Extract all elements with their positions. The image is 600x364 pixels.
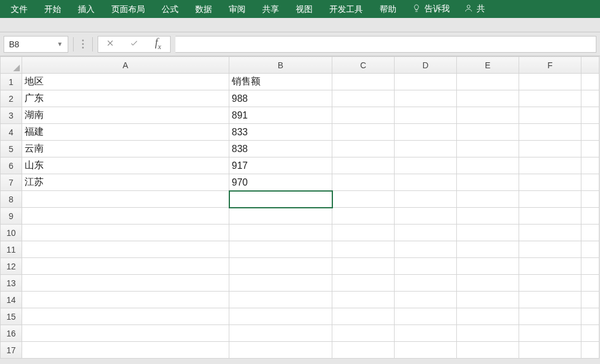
- cell-G1[interactable]: [581, 74, 599, 90]
- cell-D12[interactable]: [395, 258, 457, 275]
- cell-B12[interactable]: [229, 258, 332, 275]
- tab-home[interactable]: 开始: [36, 0, 69, 18]
- cell-B4[interactable]: 833: [229, 124, 332, 141]
- cell-C15[interactable]: [332, 308, 395, 325]
- cell-F10[interactable]: [519, 225, 581, 241]
- cell-C7[interactable]: [332, 174, 395, 191]
- cell-D17[interactable]: [395, 342, 457, 359]
- cell-G15[interactable]: [581, 308, 599, 325]
- cell-A12[interactable]: [22, 258, 229, 275]
- tab-file[interactable]: 文件: [2, 0, 36, 18]
- cell-E12[interactable]: [457, 258, 519, 275]
- spreadsheet-grid[interactable]: A B C D E F 1地区销售额2广东9883湖南8914福建8335云南8…: [0, 56, 599, 359]
- cell-G12[interactable]: [581, 258, 599, 275]
- tab-review[interactable]: 审阅: [220, 0, 254, 18]
- row-header-7[interactable]: 7: [1, 174, 22, 191]
- share-header-button[interactable]: 共: [457, 4, 492, 14]
- row-header-8[interactable]: 8: [1, 191, 22, 208]
- cell-F13[interactable]: [519, 275, 581, 292]
- cell-E7[interactable]: [457, 174, 519, 191]
- cell-G8[interactable]: [581, 191, 599, 208]
- cell-D4[interactable]: [395, 124, 457, 141]
- cell-C14[interactable]: [332, 292, 395, 308]
- cell-B7[interactable]: 970: [229, 174, 332, 191]
- cell-F2[interactable]: [519, 90, 581, 107]
- row-header-3[interactable]: 3: [1, 107, 22, 124]
- cell-G9[interactable]: [581, 208, 599, 225]
- cell-D1[interactable]: [395, 74, 457, 90]
- insert-function-button[interactable]: fx: [146, 37, 170, 52]
- cell-E3[interactable]: [457, 107, 519, 124]
- column-header-A[interactable]: A: [22, 57, 229, 74]
- cell-G2[interactable]: [581, 90, 599, 107]
- cell-A16[interactable]: [22, 325, 229, 342]
- tab-help[interactable]: 帮助: [371, 0, 405, 18]
- cell-C4[interactable]: [332, 124, 395, 141]
- cell-G10[interactable]: [581, 225, 599, 241]
- cell-C1[interactable]: [332, 74, 395, 90]
- cell-B16[interactable]: [229, 325, 332, 342]
- cell-C9[interactable]: [332, 208, 395, 225]
- cell-E14[interactable]: [457, 292, 519, 308]
- cell-A10[interactable]: [22, 225, 229, 241]
- cell-B5[interactable]: 838: [229, 141, 332, 157]
- cell-E5[interactable]: [457, 141, 519, 157]
- column-header-B[interactable]: B: [229, 57, 332, 74]
- cell-A3[interactable]: 湖南: [22, 107, 229, 124]
- cell-E6[interactable]: [457, 157, 519, 174]
- cell-F17[interactable]: [519, 342, 581, 359]
- cell-C2[interactable]: [332, 90, 395, 107]
- cell-C17[interactable]: [332, 342, 395, 359]
- cell-C16[interactable]: [332, 325, 395, 342]
- select-all-corner[interactable]: [1, 57, 22, 74]
- cell-E8[interactable]: [457, 191, 519, 208]
- cell-A5[interactable]: 云南: [22, 141, 229, 157]
- formula-input[interactable]: [175, 36, 596, 53]
- tab-share[interactable]: 共享: [254, 0, 287, 18]
- name-box[interactable]: B8 ▼: [4, 36, 68, 53]
- cell-G11[interactable]: [581, 241, 599, 258]
- column-header-C[interactable]: C: [332, 57, 395, 74]
- cell-D7[interactable]: [395, 174, 457, 191]
- cell-D11[interactable]: [395, 241, 457, 258]
- cell-A7[interactable]: 江苏: [22, 174, 229, 191]
- row-header-4[interactable]: 4: [1, 124, 22, 141]
- cell-E11[interactable]: [457, 241, 519, 258]
- row-header-5[interactable]: 5: [1, 141, 22, 157]
- cell-E13[interactable]: [457, 275, 519, 292]
- cell-D3[interactable]: [395, 107, 457, 124]
- cell-D14[interactable]: [395, 292, 457, 308]
- cell-E16[interactable]: [457, 325, 519, 342]
- cell-E17[interactable]: [457, 342, 519, 359]
- cell-A9[interactable]: [22, 208, 229, 225]
- cell-C5[interactable]: [332, 141, 395, 157]
- cell-E2[interactable]: [457, 90, 519, 107]
- cell-E15[interactable]: [457, 308, 519, 325]
- cell-B3[interactable]: 891: [229, 107, 332, 124]
- cell-F15[interactable]: [519, 308, 581, 325]
- cell-D15[interactable]: [395, 308, 457, 325]
- row-header-10[interactable]: 10: [1, 225, 22, 241]
- cell-G7[interactable]: [581, 174, 599, 191]
- tab-page-layout[interactable]: 页面布局: [103, 0, 153, 18]
- cell-D8[interactable]: [395, 191, 457, 208]
- cell-A11[interactable]: [22, 241, 229, 258]
- cancel-button[interactable]: [98, 37, 122, 52]
- cell-C3[interactable]: [332, 107, 395, 124]
- cell-D9[interactable]: [395, 208, 457, 225]
- cell-B11[interactable]: [229, 241, 332, 258]
- cell-B6[interactable]: 917: [229, 157, 332, 174]
- cell-F4[interactable]: [519, 124, 581, 141]
- chevron-down-icon[interactable]: ▼: [57, 41, 63, 47]
- cell-E9[interactable]: [457, 208, 519, 225]
- cell-F1[interactable]: [519, 74, 581, 90]
- cell-G4[interactable]: [581, 124, 599, 141]
- cell-G5[interactable]: [581, 141, 599, 157]
- row-header-16[interactable]: 16: [1, 325, 22, 342]
- cell-A8[interactable]: [22, 191, 229, 208]
- row-header-12[interactable]: 12: [1, 258, 22, 275]
- tab-data[interactable]: 数据: [187, 0, 220, 18]
- cell-A17[interactable]: [22, 342, 229, 359]
- row-header-15[interactable]: 15: [1, 308, 22, 325]
- tab-insert[interactable]: 插入: [69, 0, 103, 18]
